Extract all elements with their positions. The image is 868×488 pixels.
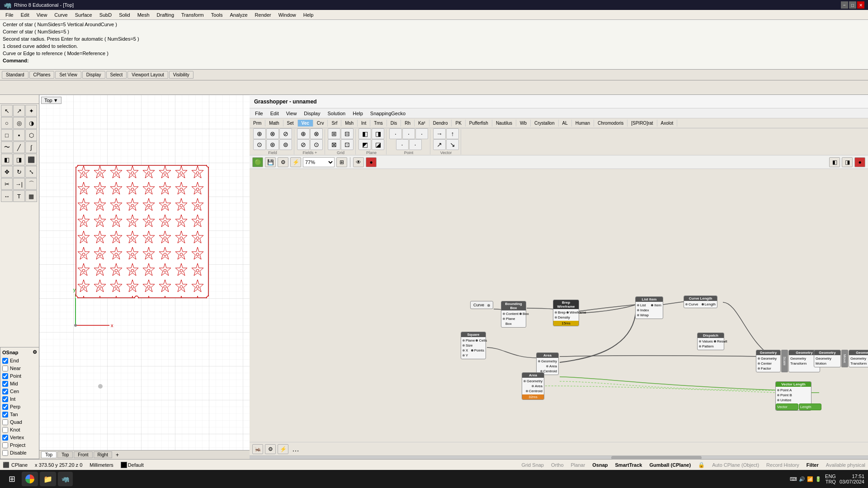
- gh-tool-btn[interactable]: ◧: [359, 128, 371, 139]
- gh-tool-btn[interactable]: ↗: [433, 139, 446, 150]
- gh-zoom-select[interactable]: 77% 100% 50%: [303, 157, 335, 167]
- record-history-toggle[interactable]: Record History: [766, 462, 799, 468]
- osnap-check-cen[interactable]: [2, 389, 8, 394]
- menu-item-solid[interactable]: Solid: [115, 11, 133, 19]
- text-tool[interactable]: T: [13, 190, 25, 202]
- gh-eye-btn[interactable]: 👁: [353, 157, 364, 167]
- square-node[interactable]: Square PlaneCells Size XPoints Y: [461, 332, 486, 359]
- window-controls[interactable]: − □ ✕: [841, 1, 864, 9]
- gh-plugin-tab-ka²[interactable]: Ka²: [415, 120, 429, 127]
- maximize-button[interactable]: □: [849, 1, 856, 9]
- menu-item-view[interactable]: View: [33, 11, 51, 19]
- filter-toggle[interactable]: Filter: [807, 462, 819, 468]
- toolbar-tab-visibility[interactable]: Visibility: [169, 71, 193, 79]
- line-tool[interactable]: ╱: [13, 141, 25, 153]
- gh-bg-btn3[interactable]: ●: [854, 157, 865, 167]
- rhino-viewport-main[interactable]: x y: [39, 95, 250, 450]
- rect-subtool[interactable]: ▪: [13, 129, 25, 141]
- gh-plugin-tab-crystallon[interactable]: Crystallon: [531, 120, 558, 127]
- surface-subtool[interactable]: ◨: [13, 154, 25, 165]
- toolbar-tab-cplanes[interactable]: CPlanes: [29, 71, 55, 79]
- dim-tool[interactable]: ↔: [1, 190, 13, 202]
- brep-wireframe-node[interactable]: Brep Wireframe BrepWireframe Density 15m…: [553, 300, 579, 326]
- osnap-check-end[interactable]: [2, 358, 8, 364]
- gh-plugin-tab-math[interactable]: Math: [265, 120, 283, 127]
- circle-subtool[interactable]: ◎: [13, 117, 25, 129]
- gh-plugin-tab-trns[interactable]: Trns: [370, 120, 387, 127]
- curve-tool[interactable]: 〜: [1, 141, 13, 153]
- gh-plugin-tab-wb[interactable]: Wb: [516, 120, 531, 127]
- gh-tool-btn[interactable]: ⊗: [266, 128, 279, 139]
- gh-plugin-tab-int[interactable]: Int: [358, 120, 370, 127]
- bounding-box-node[interactable]: Bounding Box ContentBox Plane Box: [501, 301, 526, 328]
- gh-tool-btn[interactable]: ⊕: [253, 128, 266, 139]
- menu-item-help[interactable]: Help: [300, 11, 317, 19]
- gh-menu-view[interactable]: View: [283, 110, 301, 117]
- osnap-check-mid[interactable]: [2, 381, 8, 387]
- osnap-check-vertex[interactable]: [2, 435, 8, 441]
- scale-tool[interactable]: ⤡: [25, 166, 37, 178]
- gh-bg-btn1[interactable]: ◧: [829, 157, 840, 167]
- geo-node[interactable]: Geometry Geometry Center Factor: [756, 350, 781, 372]
- osnap-check-perp[interactable]: [2, 404, 8, 410]
- gh-tool-btn[interactable]: ↘: [446, 139, 459, 150]
- fillet-tool[interactable]: ⌒: [25, 178, 37, 190]
- gh-tool-btn[interactable]: ◪: [372, 139, 384, 150]
- gh-bg-btn2[interactable]: ◨: [842, 157, 853, 167]
- osnap-check-quad[interactable]: [2, 419, 8, 425]
- gh-preview-btn[interactable]: 🟢: [252, 157, 263, 167]
- spline-tool[interactable]: ∫: [25, 141, 37, 153]
- osnap-check-project[interactable]: [2, 442, 8, 448]
- area2-node[interactable]: Area Geometry Area Centroid 32ms: [522, 372, 544, 400]
- gumball-toggle[interactable]: Gumball (CPlane): [649, 462, 691, 468]
- gh-plugin-tab-pufferfish[interactable]: Pufferfish: [466, 120, 492, 127]
- circle-tool[interactable]: ○: [1, 117, 13, 129]
- surface-tool[interactable]: ◧: [1, 154, 13, 165]
- gh-tool-btn[interactable]: ◩: [359, 139, 371, 150]
- gh-save-btn[interactable]: 💾: [265, 157, 276, 167]
- gh-bottom-btn2[interactable]: ⚙: [265, 444, 276, 454]
- gh-menu-solution[interactable]: Solution: [324, 110, 349, 117]
- menu-item-transform[interactable]: Transform: [178, 11, 208, 19]
- dispatch-node[interactable]: Dispatch ValuesResult Pattern: [697, 333, 724, 350]
- gh-tool-btn[interactable]: ◨: [372, 128, 384, 139]
- gh-plugin-tab-set[interactable]: Set: [283, 120, 298, 127]
- rotate-tool[interactable]: ↻: [13, 166, 25, 178]
- gh-plugin-tab-prm[interactable]: Prm: [250, 120, 265, 127]
- gh-zap-btn[interactable]: ⚡: [290, 157, 301, 167]
- gh-expand-btn[interactable]: …: [290, 445, 301, 453]
- area1-node[interactable]: Area Geometry Area Centroid: [536, 352, 559, 375]
- gh-tool-btn[interactable]: ·: [396, 139, 409, 150]
- arc-tool[interactable]: ◑: [25, 117, 37, 129]
- gh-plugin-tab-axolot[interactable]: Axolot: [657, 120, 678, 127]
- solid-tool[interactable]: ⬛: [25, 154, 37, 165]
- vp-tab-top-0[interactable]: Top: [41, 451, 57, 458]
- trim-tool[interactable]: ✂: [1, 178, 13, 190]
- toolbar-tab-display[interactable]: Display: [82, 71, 105, 79]
- toolbar-tab-standard[interactable]: Standard: [2, 71, 28, 79]
- start-button[interactable]: ⊞: [4, 472, 20, 486]
- gh-plugin-tab-vec[interactable]: Vec: [298, 120, 313, 127]
- gh-plugin-tab-srf[interactable]: Srf: [328, 120, 341, 127]
- gh-plugin-tab-human[interactable]: Human: [572, 120, 594, 127]
- gh-tool-btn[interactable]: ·: [415, 128, 428, 139]
- gh-plugin-tab-dis[interactable]: Dis: [387, 120, 401, 127]
- menu-item-render[interactable]: Render: [251, 11, 275, 19]
- layer-name[interactable]: Default: [128, 462, 144, 468]
- gh-plugin-tab-pk[interactable]: PK: [452, 120, 465, 127]
- gh-tool-btn[interactable]: ⊙: [253, 139, 266, 150]
- move-tool[interactable]: ✥: [1, 166, 13, 178]
- gh-frame-btn[interactable]: ⊞: [336, 157, 347, 167]
- rect-tool[interactable]: □: [1, 129, 13, 141]
- cmd-prompt[interactable]: Command:: [3, 57, 865, 64]
- vp-tab-top-1[interactable]: Top: [57, 451, 73, 458]
- gh-bottom-btn3[interactable]: ⚡: [278, 444, 288, 454]
- gh-plugin-tab-dendro[interactable]: Dendro: [429, 120, 452, 127]
- extend-tool[interactable]: →|: [13, 178, 25, 190]
- gh-tool-btn[interactable]: ·: [389, 128, 402, 139]
- gh-menu-help[interactable]: Help: [349, 110, 367, 117]
- toolbar-tab-set-view[interactable]: Set View: [55, 71, 81, 79]
- menu-item-window[interactable]: Window: [275, 11, 300, 19]
- auto-cplane-toggle[interactable]: Auto CPlane (Object): [712, 462, 759, 468]
- vp-tab-front-2[interactable]: Front: [74, 451, 92, 458]
